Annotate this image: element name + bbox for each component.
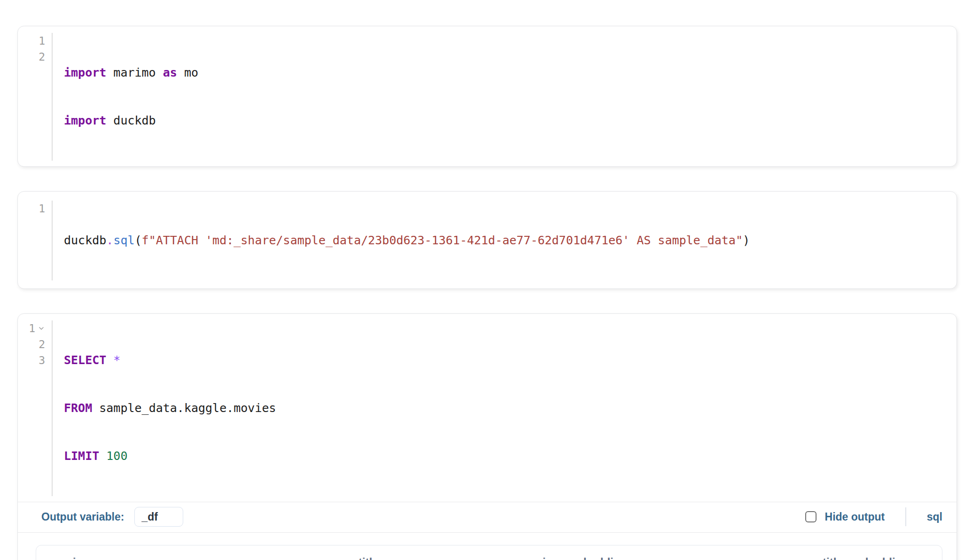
table-header-row: overview str title str overview_embeddin… (36, 545, 942, 560)
line-number: 2 (39, 49, 45, 65)
function-token: sql (113, 233, 134, 247)
language-button[interactable]: sql (927, 511, 942, 523)
column-header-title-embeddings[interactable]: title_embeddings array[f32, 512] (816, 545, 942, 560)
fold-chevron-icon[interactable] (38, 325, 45, 332)
column-header-title[interactable]: title str (352, 545, 506, 560)
string-token: f"ATTACH 'md:_share/sample_data/23b0d623… (142, 233, 743, 247)
code-token: marimo (106, 66, 163, 79)
cell-attach-db: 1 duckdb.sql(f"ATTACH 'md:_share/sample_… (17, 191, 957, 289)
keyword-token: import (64, 66, 106, 79)
code-token: duckdb (64, 233, 106, 247)
code-token: . (106, 233, 113, 247)
keyword-token: LIMIT (64, 449, 99, 463)
dataframe-table-container: overview str title str overview_embeddin… (36, 545, 942, 560)
code-line: FROM sample_data.kaggle.movies (64, 400, 957, 416)
hide-output-label[interactable]: Hide output (825, 511, 885, 523)
code-line: import marimo as mo (64, 65, 957, 81)
line-number: 1 (29, 320, 35, 336)
dataframe-table: overview str title str overview_embeddin… (36, 545, 942, 560)
code-token: ) (743, 233, 750, 247)
code-token: duckdb (106, 114, 156, 127)
keyword-token: import (64, 114, 106, 127)
cell-imports-editor[interactable]: 1 2 import marimo as mo import duckdb (18, 26, 957, 166)
line-number-gutter: 1 2 (18, 33, 53, 161)
keyword-token: as (163, 66, 177, 79)
column-header-overview-embeddings[interactable]: overview_embeddings array[f32, 512] (506, 545, 816, 560)
code-area[interactable]: SELECT * FROM sample_data.kaggle.movies … (53, 320, 957, 496)
keyword-token: FROM (64, 401, 92, 415)
column-name: overview_embeddings (513, 556, 809, 560)
output-variable-input[interactable] (134, 507, 183, 527)
notebook: 1 2 import marimo as mo import duckdb 1 … (0, 0, 980, 560)
cell-controls-row: Output variable: Hide output sql (18, 502, 957, 533)
hide-output-checkbox[interactable] (805, 511, 817, 522)
code-area[interactable]: import marimo as mo import duckdb (53, 33, 957, 161)
column-name: title (358, 556, 499, 560)
code-area[interactable]: duckdb.sql(f"ATTACH 'md:_share/sample_da… (53, 201, 957, 280)
column-name: overview (43, 556, 345, 560)
cell-sql-query: 1 2 3 SELECT * FROM sample_data.kaggle.m… (17, 313, 957, 560)
code-line: import duckdb (64, 113, 957, 129)
code-line: duckdb.sql(f"ATTACH 'md:_share/sample_da… (64, 233, 957, 249)
line-number: 2 (39, 336, 45, 352)
divider (905, 507, 906, 526)
line-number: 3 (39, 352, 45, 368)
cell-imports: 1 2 import marimo as mo import duckdb (17, 26, 957, 167)
keyword-token: SELECT (64, 353, 106, 367)
line-number: 1 (39, 33, 45, 49)
number-token: 100 (99, 449, 127, 463)
column-name: title_embeddings (823, 556, 942, 560)
line-number-gutter: 1 2 3 (18, 320, 53, 496)
line-number: 1 (39, 201, 45, 217)
code-token: mo (177, 66, 198, 79)
operator-token: * (106, 353, 120, 367)
code-token: sample_data.kaggle.movies (92, 401, 276, 415)
column-header-overview[interactable]: overview str (36, 545, 352, 560)
cell-output-area: overview str title str overview_embeddin… (18, 533, 957, 560)
cell-sql-editor[interactable]: 1 2 3 SELECT * FROM sample_data.kaggle.m… (18, 314, 957, 502)
cell-attach-db-editor[interactable]: 1 duckdb.sql(f"ATTACH 'md:_share/sample_… (18, 192, 957, 288)
code-token: ( (135, 233, 142, 247)
code-line: LIMIT 100 (64, 448, 957, 464)
line-number-gutter: 1 (18, 201, 53, 280)
code-line: SELECT * (64, 352, 957, 368)
output-variable-label: Output variable: (41, 511, 124, 523)
